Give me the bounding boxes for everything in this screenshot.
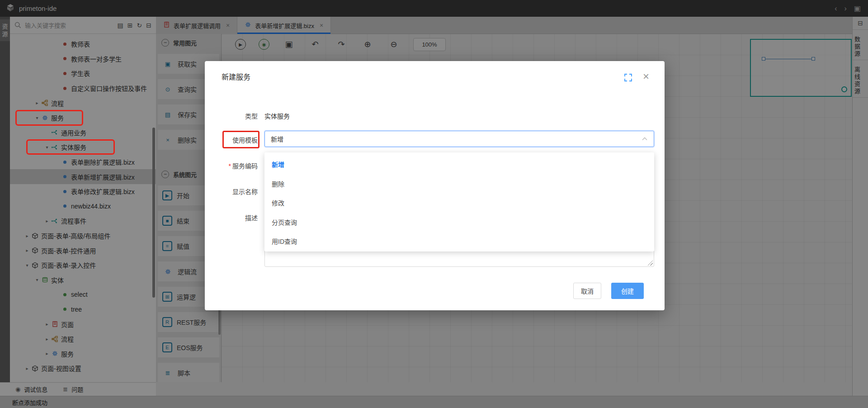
dropdown-option-4[interactable]: 用ID查询 bbox=[264, 232, 654, 251]
type-label: 类型 bbox=[208, 111, 258, 120]
template-dropdown: 新增删除修改分页查询用ID查询 bbox=[264, 152, 654, 251]
template-label: 使用模板 bbox=[208, 135, 258, 144]
chevron-up-icon bbox=[642, 137, 647, 141]
create-button[interactable]: 创建 bbox=[611, 283, 644, 299]
new-service-dialog: 新建服务 × 类型 实体服务 使用模板 新增 *服务编码 显示名称 描述 新增删… bbox=[205, 61, 665, 310]
close-icon[interactable]: × bbox=[643, 70, 649, 83]
display-name-label: 显示名称 bbox=[208, 187, 258, 196]
cancel-button[interactable]: 取消 bbox=[573, 283, 601, 299]
dropdown-option-2[interactable]: 修改 bbox=[264, 193, 654, 213]
resize-grip-icon[interactable] bbox=[648, 261, 653, 266]
type-value: 实体服务 bbox=[264, 111, 290, 120]
required-asterisk: * bbox=[229, 162, 231, 170]
fullscreen-icon[interactable] bbox=[624, 74, 632, 83]
template-select[interactable]: 新增 bbox=[264, 131, 654, 147]
dropdown-option-0[interactable]: 新增 bbox=[264, 155, 654, 174]
dropdown-option-1[interactable]: 删除 bbox=[264, 174, 654, 194]
dialog-title: 新建服务 bbox=[222, 71, 250, 82]
template-select-value: 新增 bbox=[271, 134, 283, 143]
description-label: 描述 bbox=[208, 213, 258, 222]
dropdown-option-3[interactable]: 分页查询 bbox=[264, 213, 654, 232]
service-code-label: *服务编码 bbox=[208, 161, 258, 170]
